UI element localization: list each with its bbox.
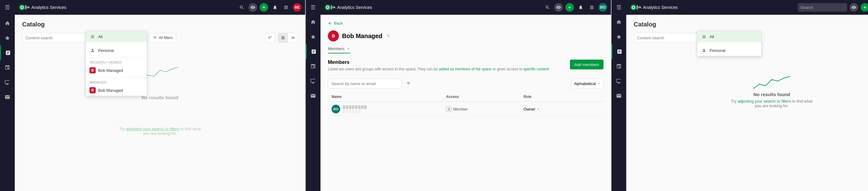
view-toggle-1 [278, 33, 298, 43]
managed-item-1[interactable]: B Bob Managed [86, 85, 147, 96]
members-table-2: Name Access Role BO [328, 92, 603, 117]
bell-btn-1[interactable] [271, 3, 279, 12]
all-filters-1[interactable]: All filters [150, 33, 176, 43]
panel-3: ☰ [612, 0, 868, 191]
table-header-row-2: Name Access Role [328, 92, 603, 102]
recently-viewed-item-1[interactable]: B Bob Managed [86, 65, 147, 76]
adjust-link-3[interactable]: adjusting your search or filters [738, 99, 791, 104]
table-row: BO ☰ Member [328, 102, 603, 117]
add-btn-3[interactable] [861, 3, 868, 12]
add-members-btn-2[interactable]: Add members [570, 60, 603, 69]
panel-1: ☰ [0, 0, 306, 191]
members-tab-2[interactable]: Members [328, 46, 350, 53]
sort-btn-1[interactable] [265, 33, 275, 43]
svg-text:lik: lik [638, 5, 641, 9]
space-name-2: Bob Managed [342, 33, 382, 40]
home-icon[interactable] [0, 16, 15, 31]
avatar-btn-2[interactable]: BO [598, 3, 607, 12]
connections-icon[interactable] [0, 60, 15, 75]
qlik-logo-1: lik [19, 4, 30, 11]
grid-btn-2[interactable] [588, 3, 596, 12]
personal-icon-1 [90, 47, 96, 53]
members-link-2[interactable]: added as members of the space [439, 67, 492, 71]
eye-btn-1[interactable] [249, 3, 257, 12]
catalog-icon-2[interactable] [306, 44, 320, 59]
members-search-2[interactable] [328, 79, 402, 88]
messages-icon[interactable] [0, 90, 15, 104]
bell-btn-2[interactable] [577, 3, 585, 12]
svg-text:lik: lik [27, 5, 30, 9]
search-btn-2[interactable] [543, 3, 552, 12]
space-avatar-2: B [328, 30, 339, 41]
catalog-icon-3[interactable] [612, 44, 626, 59]
content-search-3[interactable] [633, 33, 701, 43]
member-access-2: ☰ Member [442, 102, 520, 117]
dropdown-item-personal-3[interactable]: Personal [697, 45, 761, 56]
search-btn-1[interactable] [238, 3, 246, 12]
sort-chevron-2 [597, 82, 601, 85]
favorites-icon[interactable] [0, 31, 15, 45]
topbar-3: lik Analytics Services [626, 0, 868, 15]
filter-icon-btn-2[interactable] [404, 79, 413, 88]
add-btn-2[interactable] [565, 3, 574, 12]
svg-rect-3 [25, 5, 26, 10]
dropdown-item-personal-1[interactable]: Personal [86, 45, 147, 56]
messages-icon-2[interactable] [306, 88, 320, 103]
catalog-page-3: Catalog Spaces All ▾ All filters [626, 15, 868, 191]
space-header-2: B Bob Managed ✎ [328, 30, 603, 41]
adjust-link-1[interactable]: adjusting your search or filters [126, 126, 179, 131]
menu-icon-2[interactable]: ☰ [306, 0, 320, 15]
col-name-2: Name [328, 92, 442, 102]
list-view-btn-1[interactable] [288, 33, 298, 43]
col-role-2: Role [520, 92, 584, 102]
content-search-1[interactable] [22, 33, 90, 43]
favorites-icon-2[interactable] [306, 30, 320, 44]
home-icon-3[interactable] [612, 15, 626, 30]
members-toolbar-2: Alphabetical [328, 79, 603, 88]
messages-icon-3[interactable] [612, 88, 626, 103]
monitor-icon-2[interactable] [306, 74, 320, 88]
panels-container: ☰ [0, 0, 868, 191]
sort-select-2[interactable]: Alphabetical [571, 79, 603, 88]
monitor-icon[interactable] [0, 75, 15, 90]
dropdown-item-all-3[interactable]: ⊞ All [697, 31, 761, 42]
menu-icon[interactable]: ☰ [0, 0, 15, 15]
menu-icon-3[interactable]: ☰ [612, 0, 626, 15]
chart-placeholder-3 [640, 73, 868, 92]
topbar-title-3: Analytics Services [643, 5, 678, 10]
content-link-2[interactable]: specific content [523, 67, 549, 71]
back-nav-2[interactable]: Back [328, 21, 603, 26]
favorites-icon-3[interactable] [612, 30, 626, 44]
eye-btn-3[interactable] [849, 3, 858, 12]
catalog-page-1: Catalog Spaces All ▾ Types ▾ A [15, 15, 305, 191]
grid-btn-1[interactable] [282, 3, 290, 12]
panel-2: ☰ [306, 0, 612, 191]
topbar-1: lik Analytics Services [15, 0, 305, 15]
catalog-title-1: Catalog [22, 21, 298, 28]
role-chevron-2 [536, 107, 540, 111]
main-content-1: lik Analytics Services [15, 0, 305, 191]
avatar-btn-1[interactable]: BE [293, 3, 302, 12]
col-access-2: Access [442, 92, 520, 102]
monitor-icon-3[interactable] [612, 74, 626, 88]
no-results-subtitle-1: Try adjusting your search or filters to … [28, 114, 291, 148]
catalog-icon[interactable] [0, 45, 15, 60]
connections-icon-3[interactable] [612, 59, 626, 74]
member-name-cell-2: BO [328, 102, 442, 117]
role-select-2[interactable]: Owner [524, 107, 580, 111]
topbar-search-3[interactable] [798, 3, 847, 12]
all-spaces-icon-1: ⊞ [90, 34, 96, 40]
edit-icon-2[interactable]: ✎ [386, 34, 390, 38]
svg-point-7 [327, 6, 329, 8]
logo-3: lik Analytics Services [630, 4, 678, 11]
add-btn-1[interactable] [259, 3, 268, 12]
home-icon-2[interactable] [306, 15, 320, 30]
dropdown-item-all-1[interactable]: ⊞ All [86, 31, 147, 42]
eye-btn-2[interactable] [554, 3, 563, 12]
grid-view-btn-1[interactable] [278, 33, 288, 43]
members-page-2: Back B Bob Managed ✎ Members Members Lis… [320, 15, 611, 191]
col-actions-2 [584, 92, 603, 102]
connections-icon-2[interactable] [306, 59, 320, 74]
sidebar-1: ☰ [0, 0, 15, 191]
member-name-2 [343, 105, 367, 109]
